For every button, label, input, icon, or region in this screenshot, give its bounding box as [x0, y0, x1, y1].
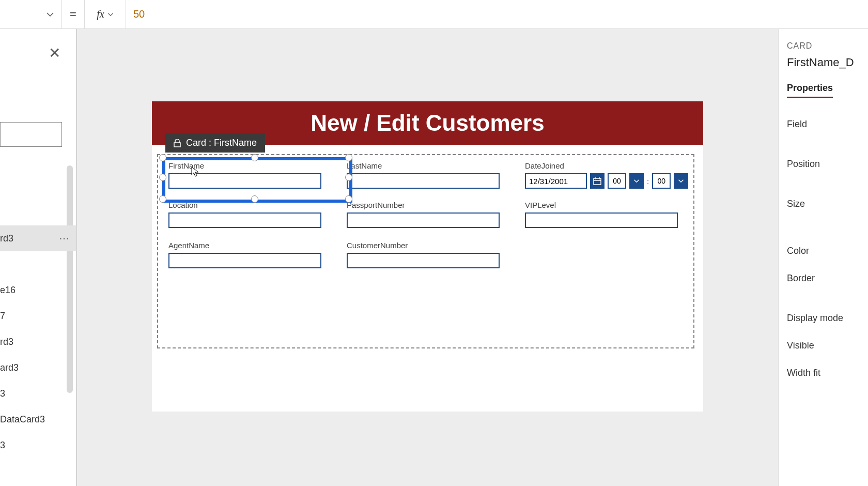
tree-item-label: rd3: [0, 225, 13, 251]
resize-handle[interactable]: [251, 195, 258, 203]
fx-button[interactable]: fx: [85, 0, 126, 29]
passport-input[interactable]: [347, 212, 500, 228]
prop-border[interactable]: Border: [787, 273, 868, 284]
app-screen: New / Edit Customers Card : FirstName Fi…: [152, 101, 703, 412]
tree-item-selected[interactable]: rd3 ⋯: [0, 225, 76, 251]
tab-properties[interactable]: Properties: [787, 83, 833, 98]
lastname-input[interactable]: [347, 173, 500, 189]
location-input[interactable]: [168, 212, 321, 228]
prop-position[interactable]: Position: [787, 159, 868, 170]
customernumber-input[interactable]: [347, 253, 500, 268]
screen-title: New / Edit Customers: [311, 110, 544, 136]
resize-handle[interactable]: [345, 195, 352, 203]
resize-handle[interactable]: [159, 195, 166, 203]
field-label: VIPLevel: [525, 201, 678, 209]
card-datejoined[interactable]: DateJoined 12/31/2001 00 : 00: [525, 161, 688, 189]
card-passport[interactable]: PassportNumber: [347, 201, 500, 228]
resize-handle[interactable]: [345, 174, 352, 181]
minute-dropdown[interactable]: [674, 173, 688, 189]
field-label: Location: [168, 201, 321, 209]
resize-handle[interactable]: [159, 154, 166, 161]
card-agentname[interactable]: AgentName: [168, 241, 321, 268]
fx-icon: fx: [97, 8, 104, 20]
formula-input[interactable]: 50: [126, 8, 145, 20]
resize-handle[interactable]: [345, 154, 352, 161]
resize-handle[interactable]: [159, 174, 166, 181]
tree-item[interactable]: 7: [0, 303, 76, 329]
card-firstname[interactable]: Card : FirstName FirstName: [168, 161, 321, 189]
hour-select[interactable]: 00: [608, 173, 626, 189]
prop-color[interactable]: Color: [787, 246, 868, 256]
close-icon[interactable]: ✕: [49, 44, 60, 62]
prop-field[interactable]: Field: [787, 119, 868, 130]
agentname-input[interactable]: [168, 253, 321, 268]
field-label: DateJoined: [525, 161, 688, 170]
property-selector-dropdown[interactable]: [0, 0, 62, 29]
hour-dropdown[interactable]: [629, 173, 644, 189]
card-viplevel[interactable]: VIPLevel: [525, 201, 678, 228]
prop-size[interactable]: Size: [787, 199, 868, 209]
canvas-area[interactable]: New / Edit Customers Card : FirstName Fi…: [76, 29, 778, 486]
selection-tooltip: Card : FirstName: [165, 133, 265, 153]
tree-view-panel: ✕ rd3 ⋯ e16 7 rd3 ard3 3 DataCard3 3: [0, 29, 76, 486]
lock-icon: [174, 139, 181, 147]
control-category: CARD: [787, 41, 868, 51]
tree-item[interactable]: rd3: [0, 329, 76, 355]
tree-item[interactable]: [0, 251, 76, 277]
prop-display-mode[interactable]: Display mode: [787, 313, 868, 324]
time-colon: :: [647, 177, 649, 186]
field-label: PassportNumber: [347, 201, 500, 209]
minute-select[interactable]: 00: [652, 173, 671, 189]
firstname-input[interactable]: [168, 173, 321, 189]
edit-form[interactable]: Card : FirstName FirstName LastName: [157, 154, 694, 348]
card-customernumber[interactable]: CustomerNumber: [347, 241, 500, 268]
tree-list: rd3 ⋯ e16 7 rd3 ard3 3 DataCard3 3: [0, 174, 76, 486]
calendar-icon[interactable]: [590, 173, 605, 189]
more-icon[interactable]: ⋯: [59, 225, 70, 251]
card-location[interactable]: Location: [168, 201, 321, 228]
control-name[interactable]: FirstName_D: [787, 56, 868, 69]
field-label: LastName: [347, 161, 500, 170]
chevron-down-icon: [107, 11, 114, 18]
equals-sign: =: [62, 0, 85, 29]
field-label: CustomerNumber: [347, 241, 500, 250]
resize-handle[interactable]: [251, 154, 258, 161]
formula-bar: = fx 50: [0, 0, 868, 29]
field-label: FirstName: [168, 161, 321, 170]
viplevel-input[interactable]: [525, 212, 678, 228]
prop-visible[interactable]: Visible: [787, 340, 868, 351]
svg-rect-0: [594, 178, 601, 185]
chevron-down-icon: [46, 10, 54, 19]
tree-search-input[interactable]: [0, 122, 62, 147]
properties-panel: CARD FirstName_D Properties Field Positi…: [778, 29, 868, 486]
field-label: AgentName: [168, 241, 321, 250]
tree-item[interactable]: e16: [0, 277, 76, 303]
date-input[interactable]: 12/31/2001: [525, 173, 587, 189]
tree-item[interactable]: DataCard3: [0, 406, 76, 432]
tree-item[interactable]: ard3: [0, 355, 76, 381]
tree-item[interactable]: 3: [0, 381, 76, 406]
tree-item[interactable]: 3: [0, 432, 76, 458]
card-lastname[interactable]: LastName: [347, 161, 500, 189]
prop-width-fit[interactable]: Width fit: [787, 368, 868, 378]
tooltip-text: Card : FirstName: [186, 138, 257, 148]
